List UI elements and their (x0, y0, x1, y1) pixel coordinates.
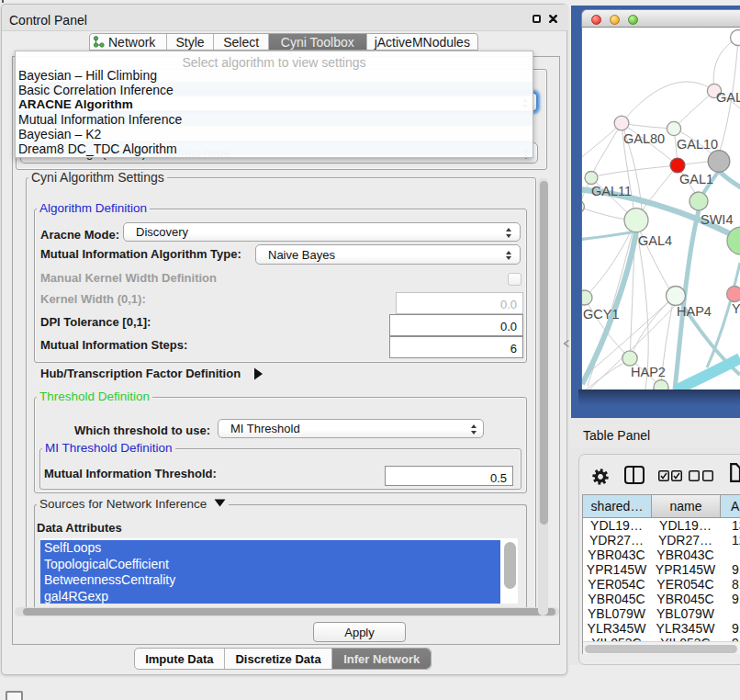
svg-text:GAL80: GAL80 (623, 131, 665, 146)
svg-text:YJ: YJ (732, 301, 740, 316)
svg-text:HAP2: HAP2 (631, 365, 666, 379)
svg-text:SWI4: SWI4 (701, 212, 733, 227)
svg-text:GAL1: GAL1 (679, 172, 713, 186)
svg-text:GCY1: GCY1 (583, 307, 620, 322)
svg-text:GAL11: GAL11 (591, 184, 632, 198)
svg-text:GAL10: GAL10 (677, 137, 718, 152)
svg-text:GAL4: GAL4 (638, 233, 672, 248)
svg-text:HAP4: HAP4 (677, 304, 712, 319)
svg-text:GAL7: GAL7 (716, 90, 740, 105)
